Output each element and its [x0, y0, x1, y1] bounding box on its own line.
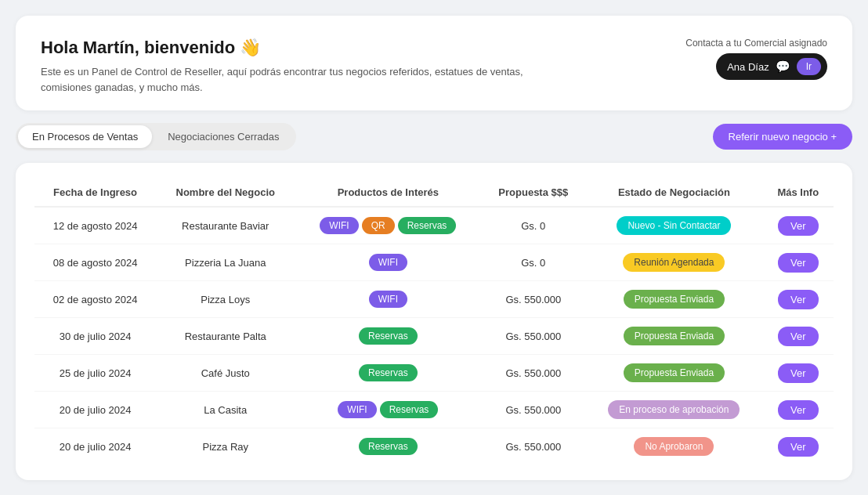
table-row: 08 de agosto 2024Pizzeria La JuanaWIFIGs… — [34, 244, 834, 281]
cell-fecha: 08 de agosto 2024 — [34, 244, 156, 281]
cell-fecha: 20 de julio 2024 — [34, 428, 156, 465]
cell-propuesta: Gs. 550.000 — [481, 318, 585, 355]
cell-propuesta: Gs. 550.000 — [481, 355, 585, 392]
product-badge: Reservas — [359, 327, 418, 345]
cell-estado: Propuesta Enviada — [585, 318, 762, 355]
cell-ver: Ver — [763, 244, 834, 281]
cell-propuesta: Gs. 550.000 — [481, 281, 585, 318]
cell-negocio: Pizza Loys — [156, 281, 295, 318]
ver-button[interactable]: Ver — [778, 216, 819, 236]
product-badge: Reservas — [398, 217, 457, 234]
cell-estado: En proceso de aprobación — [585, 392, 762, 428]
cell-propuesta: Gs. 550.000 — [481, 392, 585, 428]
cell-fecha: 12 de agosto 2024 — [34, 207, 156, 244]
status-badge: No Aprobaron — [634, 437, 714, 456]
cell-propuesta: Gs. 550.000 — [481, 428, 585, 465]
contact-name: Ana Díaz — [727, 61, 769, 73]
header-left: Hola Martín, bienvenido 👋 Este es un Pan… — [41, 38, 558, 95]
cell-fecha: 02 de agosto 2024 — [34, 281, 156, 318]
product-badge: WIFI — [338, 401, 376, 418]
product-badge: WIFI — [320, 217, 358, 234]
product-badge: WIFI — [369, 254, 407, 271]
cell-ver: Ver — [763, 281, 834, 318]
cell-estado: Nuevo - Sin Contactar — [585, 207, 762, 244]
tabs-container: En Procesos de Ventas Negociaciones Cerr… — [16, 123, 296, 150]
tab-negociaciones-cerradas[interactable]: Negociaciones Cerradas — [154, 125, 293, 148]
ver-button[interactable]: Ver — [778, 363, 819, 383]
ver-button[interactable]: Ver — [778, 290, 819, 309]
cell-fecha: 30 de julio 2024 — [34, 318, 156, 355]
product-badge: QR — [362, 217, 395, 234]
table-row: 20 de julio 2024Pizza RayReservasGs. 550… — [34, 428, 834, 465]
status-badge: En proceso de aprobación — [608, 400, 740, 419]
col-productos: Productos de Interés — [295, 179, 481, 207]
product-badge: Reservas — [380, 401, 439, 418]
whatsapp-icon: 💬 — [776, 60, 790, 74]
product-badge: Reservas — [359, 364, 418, 381]
cell-productos: Reservas — [295, 428, 481, 465]
ver-button[interactable]: Ver — [778, 327, 819, 346]
contact-label: Contacta a tu Comercial asignado — [685, 38, 827, 49]
status-badge: Propuesta Enviada — [624, 327, 725, 345]
subtitle: Este es un Panel de Control de Reseller,… — [41, 64, 558, 95]
cell-fecha: 25 de julio 2024 — [34, 355, 156, 392]
cell-negocio: Pizza Ray — [156, 428, 295, 465]
col-fecha: Fecha de Ingreso — [34, 179, 156, 207]
tab-en-procesos[interactable]: En Procesos de Ventas — [18, 125, 152, 148]
table-row: 30 de julio 2024Restaurante PaltaReserva… — [34, 318, 834, 355]
cell-negocio: Restaurante Palta — [156, 318, 295, 355]
cell-productos: Reservas — [295, 318, 481, 355]
table-card: Fecha de Ingreso Nombre del Negocio Prod… — [16, 163, 852, 480]
cell-ver: Ver — [763, 428, 834, 465]
ver-button[interactable]: Ver — [778, 400, 819, 420]
status-badge: Propuesta Enviada — [624, 363, 725, 382]
cell-propuesta: Gs. 0 — [481, 244, 585, 281]
cell-productos: Reservas — [295, 355, 481, 392]
col-estado: Estado de Negociación — [585, 179, 762, 207]
cell-ver: Ver — [763, 318, 834, 355]
product-badge: WIFI — [369, 291, 407, 308]
ver-button[interactable]: Ver — [778, 253, 819, 273]
cell-productos: WIFI — [295, 244, 481, 281]
product-badge: Reservas — [359, 438, 418, 455]
cell-ver: Ver — [763, 355, 834, 392]
table-row: 02 de agosto 2024Pizza LoysWIFIGs. 550.0… — [34, 281, 834, 318]
col-negocio: Nombre del Negocio — [156, 179, 295, 207]
go-button[interactable]: Ir — [797, 58, 821, 75]
cell-estado: No Aprobaron — [585, 428, 762, 465]
cell-negocio: La Casita — [156, 392, 295, 428]
refer-button[interactable]: Referir nuevo negocio + — [713, 124, 852, 150]
cell-estado: Propuesta Enviada — [585, 281, 762, 318]
table-row: 25 de julio 2024Café JustoReservasGs. 55… — [34, 355, 834, 392]
cell-productos: WIFI — [295, 281, 481, 318]
cell-ver: Ver — [763, 392, 834, 428]
cell-negocio: Pizzeria La Juana — [156, 244, 295, 281]
cell-propuesta: Gs. 0 — [481, 207, 585, 244]
business-table: Fecha de Ingreso Nombre del Negocio Prod… — [34, 179, 834, 464]
cell-productos: WIFIReservas — [295, 392, 481, 428]
greeting: Hola Martín, bienvenido 👋 — [41, 38, 558, 58]
cell-estado: Reunión Agendada — [585, 244, 762, 281]
table-row: 12 de agosto 2024Restaurante BaviarWIFIQ… — [34, 207, 834, 244]
status-badge: Propuesta Enviada — [624, 290, 725, 309]
cell-ver: Ver — [763, 207, 834, 244]
col-propuesta: Propuesta $$$ — [481, 179, 585, 207]
status-badge: Nuevo - Sin Contactar — [617, 216, 731, 235]
cell-negocio: Café Justo — [156, 355, 295, 392]
status-badge: Reunión Agendada — [623, 253, 725, 272]
cell-negocio: Restaurante Baviar — [156, 207, 295, 244]
contact-block: Contacta a tu Comercial asignado Ana Día… — [685, 38, 827, 80]
table-row: 20 de julio 2024La CasitaWIFIReservasGs.… — [34, 392, 834, 428]
header-card: Hola Martín, bienvenido 👋 Este es un Pan… — [16, 16, 852, 110]
ver-button[interactable]: Ver — [778, 437, 819, 457]
contact-button[interactable]: Ana Díaz 💬 Ir — [716, 53, 827, 80]
cell-fecha: 20 de julio 2024 — [34, 392, 156, 428]
cell-estado: Propuesta Enviada — [585, 355, 762, 392]
col-info: Más Info — [763, 179, 834, 207]
tabs-row: En Procesos de Ventas Negociaciones Cerr… — [16, 123, 852, 150]
cell-productos: WIFIQRReservas — [295, 207, 481, 244]
